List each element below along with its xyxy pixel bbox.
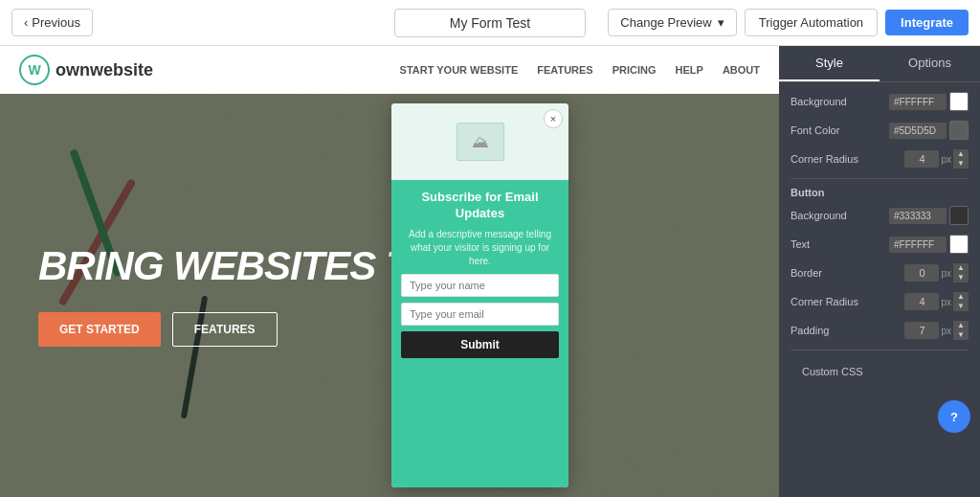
chevron-down-icon: ▾ [718, 15, 724, 30]
font-color-input[interactable] [889, 123, 947, 139]
btn-corner-unit: px [941, 297, 951, 307]
btn-background-color-group [889, 206, 969, 225]
btn-padding-stepper: ▲ ▼ [953, 321, 969, 340]
popup-submit-button[interactable]: Submit [401, 331, 559, 358]
divider-2 [791, 350, 969, 350]
top-bar: ‹ Previous Change Preview ▾ Trigger Auto… [0, 0, 980, 46]
popup-image: ⛰ [391, 103, 568, 180]
popup-title: Subscribe for Email Updates [401, 190, 559, 222]
btn-padding-unit: px [941, 326, 951, 336]
logo: W ownwebsite [19, 55, 153, 85]
btn-corner-group: px ▲ ▼ [904, 292, 969, 311]
btn-border-stepper: ▲ ▼ [953, 263, 969, 282]
corner-radius-stepper: ▲ ▼ [953, 149, 969, 169]
corner-radius-row: Corner Radius px ▲ ▼ [791, 149, 969, 169]
get-started-button[interactable]: GET STARTED [38, 312, 161, 347]
corner-radius-input[interactable] [904, 150, 939, 168]
nav-links: START YOUR WEBSITE FEATURES PRICING HELP… [400, 64, 760, 76]
main-area: W ownwebsite START YOUR WEBSITE FEATURES… [0, 46, 980, 497]
popup-close-button[interactable]: × [544, 109, 563, 128]
btn-padding-down[interactable]: ▼ [953, 330, 969, 340]
custom-css-label: Custom CSS [791, 358, 969, 385]
tab-style[interactable]: Style [779, 46, 880, 81]
popup-description: Add a descriptive message telling what y… [401, 228, 559, 268]
popup-form: × ⛰ Subscribe for Email Updates Add a de… [391, 103, 568, 487]
panel-tabs: Style Options [779, 46, 980, 82]
help-area: ? [779, 395, 980, 437]
btn-background-input[interactable] [889, 208, 947, 224]
btn-text-color-group [889, 235, 969, 254]
popup-name-input[interactable] [401, 274, 559, 297]
logo-icon: W [19, 55, 50, 85]
features-button[interactable]: FEATURES [172, 312, 278, 347]
btn-padding-up[interactable]: ▲ [953, 321, 969, 330]
nav-overlay: W ownwebsite START YOUR WEBSITE FEATURES… [0, 46, 779, 94]
change-preview-button[interactable]: Change Preview ▾ [608, 9, 736, 36]
right-panel: Style Options Background Font Color [779, 46, 980, 497]
btn-border-down[interactable]: ▼ [953, 273, 969, 282]
trigger-automation-button[interactable]: Trigger Automation [745, 9, 878, 36]
background-color-swatch[interactable] [949, 92, 969, 111]
integrate-button[interactable]: Integrate [885, 10, 969, 35]
btn-padding-input[interactable] [904, 322, 939, 339]
background-row: Background [791, 92, 969, 111]
btn-border-label: Border [791, 267, 822, 279]
popup-image-placeholder: ⛰ [457, 123, 504, 161]
panel-style-section: Background Font Color Corner Radius [779, 82, 980, 395]
font-color-row: Font Color [791, 121, 969, 140]
btn-padding-group: px ▲ ▼ [904, 321, 969, 340]
nav-link-help[interactable]: HELP [676, 64, 703, 76]
btn-border-unit: px [941, 268, 951, 279]
button-section-title: Button [791, 187, 969, 198]
background-label: Background [791, 96, 847, 107]
btn-border-row: Border px ▲ ▼ [791, 263, 969, 282]
logo-text: ownwebsite [56, 60, 153, 80]
btn-text-row: Text [791, 235, 969, 254]
font-color-swatch[interactable] [949, 121, 969, 140]
btn-corner-label: Corner Radius [791, 296, 858, 307]
btn-border-group: px ▲ ▼ [904, 263, 969, 282]
hero-buttons: GET STARTED FEATURES [38, 312, 741, 347]
btn-padding-row: Padding px ▲ ▼ [791, 321, 969, 340]
background-color-input[interactable] [889, 94, 947, 110]
btn-corner-row: Corner Radius px ▲ ▼ [791, 292, 969, 311]
website-preview: W ownwebsite START YOUR WEBSITE FEATURES… [0, 46, 779, 497]
tab-options[interactable]: Options [880, 46, 980, 81]
btn-background-row: Background [791, 206, 969, 225]
nav-link-start[interactable]: START YOUR WEBSITE [400, 64, 519, 76]
chevron-left-icon: ‹ [24, 15, 28, 30]
image-icon: ⛰ [472, 132, 489, 152]
font-color-group [889, 121, 969, 140]
btn-text-label: Text [791, 238, 810, 250]
nav-link-features[interactable]: FEATURES [537, 64, 592, 76]
help-button[interactable]: ? [938, 400, 970, 433]
nav-link-pricing[interactable]: PRICING [612, 64, 657, 76]
btn-background-label: Background [791, 210, 847, 221]
btn-corner-down[interactable]: ▼ [953, 302, 969, 311]
hero-content: BRING WEBSITES TO GET STARTED FEATURES [0, 94, 779, 497]
corner-radius-unit: px [941, 154, 951, 165]
top-bar-right: Change Preview ▾ Trigger Automation Inte… [608, 9, 969, 36]
corner-radius-group: px ▲ ▼ [904, 149, 969, 169]
top-bar-left: ‹ Previous [11, 9, 93, 36]
btn-corner-stepper: ▲ ▼ [953, 292, 969, 311]
background-color-group [889, 92, 969, 111]
corner-radius-down[interactable]: ▼ [953, 159, 969, 169]
previous-button[interactable]: ‹ Previous [11, 9, 93, 36]
corner-radius-label: Corner Radius [791, 153, 858, 165]
popup-body: Subscribe for Email Updates Add a descri… [391, 180, 568, 487]
divider [791, 178, 969, 179]
btn-padding-label: Padding [791, 325, 829, 336]
btn-border-up[interactable]: ▲ [953, 263, 969, 273]
btn-background-swatch[interactable] [949, 206, 969, 225]
btn-corner-input[interactable] [904, 293, 939, 310]
popup-email-input[interactable] [401, 303, 559, 326]
font-color-label: Font Color [791, 124, 839, 136]
nav-link-about[interactable]: ABOUT [723, 64, 760, 76]
btn-border-input[interactable] [904, 264, 939, 282]
btn-corner-up[interactable]: ▲ [953, 292, 969, 302]
btn-text-swatch[interactable] [949, 235, 969, 254]
btn-text-input[interactable] [889, 237, 947, 253]
corner-radius-up[interactable]: ▲ [953, 149, 969, 159]
form-title-input[interactable] [394, 9, 586, 37]
